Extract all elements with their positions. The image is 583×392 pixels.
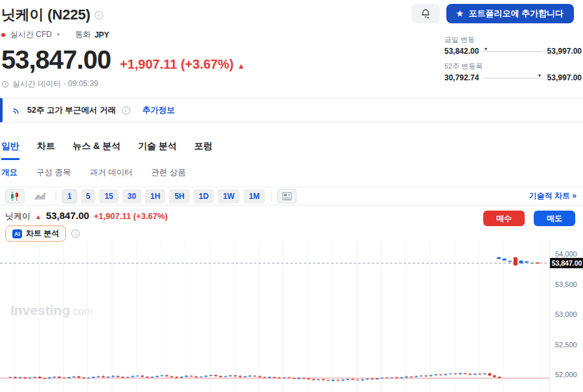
currency-label: 통화 bbox=[75, 29, 91, 40]
toolbar-divider bbox=[271, 191, 271, 202]
subtab-components[interactable]: 구성 종목 bbox=[36, 167, 71, 178]
area-chart-type-button[interactable] bbox=[30, 189, 50, 203]
buy-button[interactable]: 매수 bbox=[483, 211, 525, 226]
y-axis-label: 52,500 bbox=[555, 341, 577, 349]
tab-technical-analysis[interactable]: 기술 분석 bbox=[138, 141, 177, 160]
ai-chart-analysis-label: 차트 분석 bbox=[26, 228, 59, 239]
price-change: +1,907.11 (+3.67%) ▲ bbox=[120, 57, 245, 72]
week52-range-row: 30,792.74 ▼ 53,997.00 bbox=[444, 73, 582, 82]
subtab-historical-data[interactable]: 과거 데이터 bbox=[89, 167, 132, 178]
y-axis-label: 52,000 bbox=[555, 371, 577, 378]
week52-range-label: 52주 변동폭 bbox=[444, 62, 582, 71]
title-info-icon[interactable]: i bbox=[95, 11, 103, 19]
legend-up-arrow-icon: ▲ bbox=[35, 213, 41, 220]
banner-text: 52주 고가 부근에서 거래 bbox=[27, 105, 116, 116]
sell-button[interactable]: 매도 bbox=[534, 211, 575, 226]
chart-area: 닛케이 ▲ 53,847.00 +1,907.11 (+3.67%) 매수 매도… bbox=[0, 205, 583, 392]
news-layout-icon bbox=[282, 192, 292, 200]
instrument-type-label[interactable]: 실시간 CFD bbox=[10, 29, 52, 40]
range-panel: 금일 변동 53,842.00 ▼ 53,997.00 52주 변동폭 30,7… bbox=[444, 35, 582, 88]
daily-range-row: 53,842.00 ▼ 53,997.00 bbox=[444, 47, 582, 56]
daily-low: 53,842.00 bbox=[444, 47, 479, 56]
timeframe-group: 1515301H5H1D1W1M bbox=[62, 189, 265, 203]
candlestick-plot[interactable] bbox=[0, 241, 549, 392]
week52-low: 30,792.74 bbox=[444, 73, 479, 82]
currency-value: JPY bbox=[95, 30, 109, 40]
add-to-portfolio-label: 포트폴리오에 추가합니다 bbox=[468, 8, 564, 19]
ai-info-icon[interactable]: i bbox=[71, 229, 80, 238]
create-alert-button[interactable] bbox=[411, 4, 440, 23]
candlestick-icon bbox=[10, 192, 20, 201]
timeframe-5h[interactable]: 5H bbox=[169, 189, 189, 203]
subtab-overview[interactable]: 개요 bbox=[1, 167, 17, 178]
candlestick-type-button[interactable] bbox=[5, 189, 25, 203]
tab-forum[interactable]: 포럼 bbox=[194, 141, 212, 160]
chart-news-button[interactable] bbox=[277, 189, 297, 203]
add-to-portfolio-button[interactable]: ★ 포트폴리오에 추가합니다 bbox=[446, 4, 574, 23]
chart-price-change: +1,907.11 (+3.67%) bbox=[94, 211, 168, 221]
toolbar-divider bbox=[56, 191, 56, 202]
bell-plus-icon bbox=[420, 8, 431, 19]
timeframe-1[interactable]: 1 bbox=[62, 189, 77, 203]
price-axis[interactable]: 54,00053,50053,00052,50052,00053,847.00 bbox=[549, 241, 583, 392]
instrument-page: 닛케이 (N225) i ★ 포트폴리오에 추가합니다 실시간 CFD ▼ 통화… bbox=[0, 0, 583, 392]
y-axis-label: 53,000 bbox=[555, 310, 577, 318]
ai-badge-icon: AI bbox=[12, 229, 22, 238]
star-icon: ★ bbox=[457, 9, 464, 18]
main-tabs: 일반차트뉴스 & 분석기술 분석포럼 bbox=[0, 141, 583, 160]
realtime-timestamp: 실시간 데이터 · 09:05:39 bbox=[12, 78, 98, 89]
signal-icon bbox=[12, 106, 21, 115]
banner-info-icon[interactable]: i bbox=[122, 106, 130, 115]
ai-chart-analysis-button[interactable]: AI 차트 분석 bbox=[5, 225, 66, 242]
current-price-tag: 53,847.00 bbox=[550, 258, 583, 268]
tab-general[interactable]: 일반 bbox=[1, 141, 19, 160]
week52-range-track: ▼ bbox=[483, 75, 542, 81]
timeframe-1w[interactable]: 1W bbox=[218, 189, 240, 203]
timeframe-1d[interactable]: 1D bbox=[194, 189, 214, 203]
chart-legend: 닛케이 ▲ 53,847.00 +1,907.11 (+3.67%) bbox=[5, 210, 168, 222]
week52-high: 53,997.00 bbox=[547, 73, 582, 82]
timeframe-5[interactable]: 5 bbox=[81, 189, 96, 203]
page-title: 닛케이 (N225) bbox=[1, 5, 90, 25]
week52-range-marker: ▼ bbox=[538, 73, 542, 78]
technical-chart-link[interactable]: 기술적 차트 » bbox=[529, 190, 577, 202]
y-axis-label: 53,500 bbox=[555, 281, 577, 288]
chart-toolbar: 1515301H5H1D1W1M 기술적 차트 » bbox=[0, 187, 583, 205]
area-chart-icon bbox=[34, 192, 46, 200]
chevron-down-icon[interactable]: ▼ bbox=[56, 32, 61, 38]
tab-news-analysis[interactable]: 뉴스 & 분석 bbox=[73, 141, 120, 160]
daily-range-track: ▼ bbox=[483, 48, 542, 54]
sub-tabs: 개요구성 종목과거 데이터관련 상품 bbox=[0, 167, 583, 178]
y-axis-label: 54,000 bbox=[555, 250, 577, 258]
up-arrow-icon: ▲ bbox=[237, 62, 245, 71]
timeframe-15[interactable]: 15 bbox=[99, 189, 118, 203]
chart-last-price: 53,847.00 bbox=[46, 210, 89, 221]
market-status-dot bbox=[1, 33, 5, 37]
last-price: 53,847.00 bbox=[1, 45, 111, 75]
clock-icon bbox=[1, 80, 9, 88]
timeframe-30[interactable]: 30 bbox=[122, 189, 141, 203]
daily-range-label: 금일 변동 bbox=[444, 35, 582, 45]
52week-high-banner: 52주 고가 부근에서 거래 i 추가정보 bbox=[0, 98, 583, 122]
tab-chart[interactable]: 차트 bbox=[37, 141, 55, 160]
timeframe-1m[interactable]: 1M bbox=[244, 189, 265, 203]
instrument-header: 닛케이 (N225) i ★ 포트폴리오에 추가합니다 실시간 CFD ▼ 통화… bbox=[0, 0, 583, 89]
chart-instrument-name: 닛케이 bbox=[5, 211, 30, 222]
daily-high: 53,997.00 bbox=[547, 47, 582, 56]
more-info-link[interactable]: 추가정보 bbox=[143, 105, 175, 116]
timeframe-1h[interactable]: 1H bbox=[145, 189, 165, 203]
daily-range-marker: ▼ bbox=[484, 47, 488, 51]
subtab-related-instruments[interactable]: 관련 상품 bbox=[151, 167, 185, 178]
